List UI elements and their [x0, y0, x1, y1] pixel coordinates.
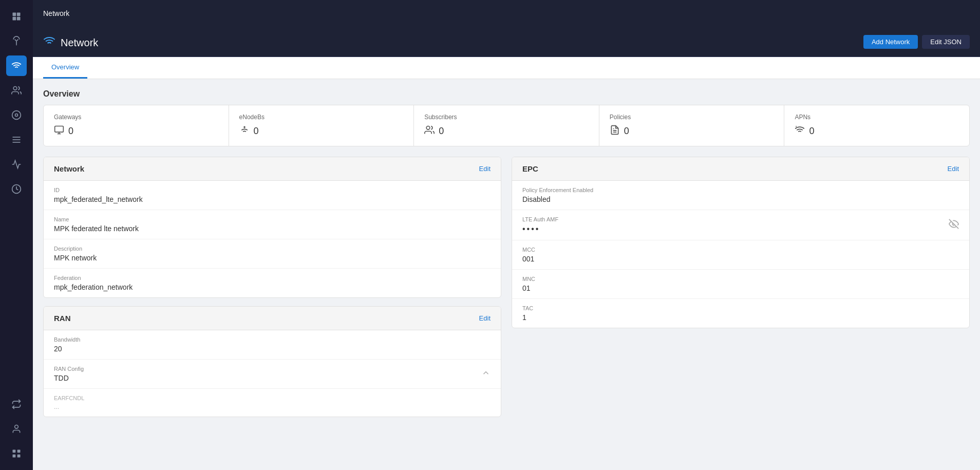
- sidebar-icon-grid[interactable]: [6, 443, 27, 464]
- header-title: Network: [61, 37, 98, 49]
- field-bandwidth-label: Bandwidth: [54, 336, 491, 343]
- svg-point-5: [13, 87, 17, 90]
- field-ran-config-value: TDD: [54, 374, 481, 382]
- stat-subscribers-value: 0: [439, 126, 444, 137]
- subscribers-icon: [424, 125, 435, 138]
- svg-rect-1: [17, 13, 21, 16]
- svg-rect-15: [13, 455, 16, 458]
- field-federation-label: Federation: [54, 275, 491, 281]
- ran-config-expand-icon[interactable]: [481, 368, 491, 380]
- network-card: Network Edit ID mpk_federated_lte_networ…: [43, 157, 501, 298]
- ran-edit-link[interactable]: Edit: [479, 314, 491, 322]
- field-tac-label: TAC: [522, 305, 959, 311]
- sidebar-icon-network[interactable]: [6, 55, 27, 76]
- svg-point-22: [426, 126, 430, 130]
- field-id-value: mpk_federated_lte_network: [54, 195, 491, 203]
- network-card-header: Network Edit: [44, 157, 501, 181]
- field-ran-config: RAN Config TDD: [44, 360, 501, 389]
- network-card-title: Network: [54, 164, 84, 173]
- sidebar-icon-tower[interactable]: [6, 31, 27, 51]
- sidebar-icon-arrows[interactable]: [6, 394, 27, 415]
- content-area: Overview Gateways 0 eNodeBs: [33, 79, 980, 470]
- svg-line-25: [796, 126, 797, 127]
- svg-point-6: [12, 111, 21, 120]
- field-mnc-value: 01: [522, 284, 959, 292]
- field-policy-enforcement: Policy Enforcement Enabled Disabled: [512, 181, 969, 210]
- field-federation: Federation mpk_federation_network: [44, 269, 501, 297]
- field-name-label: Name: [54, 216, 491, 222]
- field-mcc-label: MCC: [522, 247, 959, 253]
- two-col-layout: Network Edit ID mpk_federated_lte_networ…: [43, 157, 970, 417]
- stat-policies: Policies 0: [599, 105, 785, 146]
- svg-rect-2: [13, 17, 16, 21]
- stat-policies-value: 0: [624, 126, 629, 137]
- sidebar-icon-person[interactable]: [6, 419, 27, 439]
- stat-apns: APNs 0: [784, 105, 969, 146]
- header-buttons: Add Network Edit JSON: [863, 35, 970, 49]
- field-policy-enforcement-value: Disabled: [522, 195, 959, 203]
- tab-bar: Overview: [33, 57, 980, 79]
- sidebar-icon-clock[interactable]: [6, 179, 27, 199]
- stat-subscribers-label: Subscribers: [424, 114, 589, 121]
- svg-rect-0: [13, 13, 16, 16]
- svg-rect-13: [13, 450, 16, 453]
- stat-apns-label: APNs: [795, 114, 959, 121]
- field-earfcndl-label: EARFCNDL: [54, 395, 491, 401]
- field-policy-enforcement-label: Policy Enforcement Enabled: [522, 187, 959, 193]
- topbar: Network: [33, 0, 980, 27]
- network-edit-link[interactable]: Edit: [479, 165, 491, 173]
- field-lte-auth-amf: LTE Auth AMF ••••: [512, 210, 969, 240]
- stat-gateways-value: 0: [68, 126, 73, 137]
- sidebar-icon-location[interactable]: [6, 105, 27, 125]
- stat-gateways: Gateways 0: [44, 105, 229, 146]
- gateway-icon: [54, 125, 64, 138]
- stat-enodebs-value: 0: [254, 126, 259, 137]
- field-tac: TAC 1: [512, 299, 969, 328]
- sidebar-icon-users[interactable]: [6, 80, 27, 101]
- sidebar: [0, 0, 33, 470]
- field-name-value: MPK federated lte network: [54, 224, 491, 233]
- field-federation-value: mpk_federation_network: [54, 283, 491, 291]
- policies-icon: [610, 125, 620, 138]
- edit-json-button[interactable]: Edit JSON: [922, 35, 970, 49]
- svg-point-12: [15, 425, 18, 429]
- field-earfcndl-value: ...: [54, 403, 491, 410]
- field-mnc-label: MNC: [522, 276, 959, 282]
- stat-enodebs-label: eNodeBs: [239, 114, 404, 121]
- field-bandwidth: Bandwidth 20: [44, 330, 501, 360]
- epc-card-title: EPC: [522, 164, 538, 173]
- field-description: Description MPK network: [44, 239, 501, 269]
- add-network-button[interactable]: Add Network: [863, 35, 918, 49]
- stat-subscribers: Subscribers 0: [414, 105, 599, 146]
- field-description-label: Description: [54, 246, 491, 252]
- tab-overview[interactable]: Overview: [43, 57, 87, 79]
- epc-card-header: EPC Edit: [512, 157, 969, 181]
- header-left: Network: [43, 27, 98, 57]
- stats-row: Gateways 0 eNodeBs 0: [43, 105, 970, 146]
- svg-point-7: [15, 114, 18, 117]
- network-icon: [43, 35, 55, 50]
- overview-title: Overview: [43, 89, 970, 99]
- sidebar-icon-chart[interactable]: [6, 154, 27, 175]
- right-column: EPC Edit Policy Enforcement Enabled Disa…: [512, 157, 970, 417]
- stat-gateways-label: Gateways: [54, 114, 218, 121]
- epc-edit-link[interactable]: Edit: [948, 165, 959, 173]
- left-column: Network Edit ID mpk_federated_lte_networ…: [43, 157, 501, 417]
- toggle-visibility-icon[interactable]: [949, 219, 959, 232]
- field-id-label: ID: [54, 187, 491, 193]
- page-header: Network Add Network Edit JSON: [33, 27, 980, 57]
- main-area: Network Network Add Network Edit JSON Ov…: [33, 0, 980, 470]
- enodeb-icon: [239, 125, 250, 138]
- stat-apns-value: 0: [809, 126, 814, 137]
- stat-enodebs: eNodeBs 0: [229, 105, 414, 146]
- field-description-value: MPK network: [54, 254, 491, 262]
- apns-icon: [795, 125, 805, 138]
- svg-rect-3: [17, 17, 21, 21]
- ran-card-title: RAN: [54, 314, 71, 323]
- stat-policies-label: Policies: [610, 114, 774, 121]
- field-id: ID mpk_federated_lte_network: [44, 181, 501, 210]
- svg-rect-17: [55, 126, 64, 133]
- sidebar-icon-dashboard[interactable]: [6, 6, 27, 27]
- sidebar-icon-list[interactable]: [6, 129, 27, 150]
- svg-rect-14: [17, 450, 21, 453]
